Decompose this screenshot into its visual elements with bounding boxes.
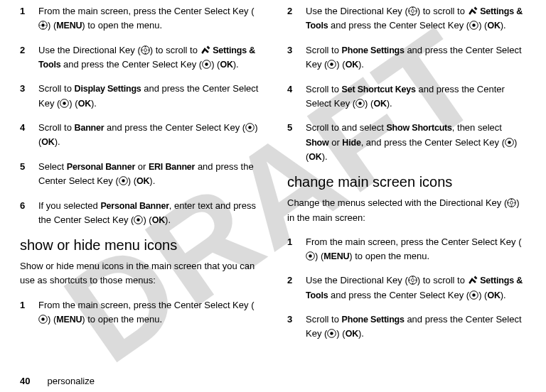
svg-point-15 bbox=[41, 317, 44, 320]
svg-point-3 bbox=[144, 48, 146, 51]
step: 3 Scroll to Phone Settings and press the… bbox=[287, 312, 526, 342]
step-number: 5 bbox=[287, 121, 306, 164]
step-number: 1 bbox=[20, 298, 38, 327]
step-text: If you selected Personal Banner, enter t… bbox=[38, 199, 259, 228]
step: 4 Scroll to Set Shortcut Keys and press … bbox=[287, 82, 526, 111]
center-select-key-icon bbox=[327, 329, 336, 338]
step: 1 From the main screen, press the Center… bbox=[20, 298, 259, 327]
step-number: 2 bbox=[287, 4, 306, 33]
step-number: 1 bbox=[20, 4, 38, 33]
center-select-key-icon bbox=[469, 290, 478, 300]
step: 3 Scroll to Phone Settings and press the… bbox=[287, 43, 526, 72]
svg-point-29 bbox=[309, 254, 311, 257]
svg-point-19 bbox=[472, 24, 475, 27]
step: 1 From the main screen, press the Center… bbox=[287, 235, 526, 264]
step-text: Scroll to Display Settings and press the… bbox=[38, 82, 259, 111]
center-select-key-icon bbox=[134, 215, 143, 224]
step-number: 3 bbox=[287, 312, 306, 342]
step-number: 4 bbox=[287, 82, 306, 111]
step: 6 If you selected Personal Banner, enter… bbox=[20, 199, 259, 228]
section-intro: Show or hide menu icons in the main scre… bbox=[20, 259, 259, 288]
step-text: Scroll to Set Shortcut Keys and press th… bbox=[306, 82, 526, 111]
directional-key-icon bbox=[408, 6, 417, 16]
step-text: From the main screen, press the Center S… bbox=[38, 4, 259, 33]
step: 2 Use the Directional Key () to scroll t… bbox=[287, 4, 526, 33]
svg-point-5 bbox=[205, 62, 208, 65]
step: 5 Scroll to and select Show Shortcuts, t… bbox=[287, 121, 526, 164]
settings-tools-icon bbox=[200, 45, 210, 54]
step-text: Scroll to Phone Settings and press the C… bbox=[306, 43, 526, 72]
page-content: 1 From the main screen, press the Center… bbox=[0, 0, 546, 352]
page-number: 40 bbox=[20, 376, 30, 386]
directional-key-icon bbox=[408, 276, 417, 285]
svg-point-13 bbox=[137, 218, 140, 221]
step-number: 2 bbox=[20, 43, 38, 72]
svg-point-9 bbox=[248, 126, 251, 129]
svg-point-1 bbox=[41, 23, 44, 26]
step-number: 3 bbox=[287, 43, 306, 72]
left-column: 1 From the main screen, press the Center… bbox=[20, 4, 259, 352]
step: 1 From the main screen, press the Center… bbox=[20, 4, 259, 33]
settings-tools-icon bbox=[468, 6, 478, 15]
step-number: 3 bbox=[20, 82, 38, 111]
svg-point-27 bbox=[510, 202, 513, 205]
center-select-key-icon bbox=[327, 60, 336, 69]
step-text: Use the Directional Key () to scroll to … bbox=[38, 43, 259, 72]
step-text: Select Personal Banner or ERI Banner and… bbox=[38, 160, 259, 189]
section-heading: change main screen icons bbox=[287, 174, 526, 190]
step-text: Use the Directional Key () to scroll to … bbox=[306, 4, 526, 33]
center-select-key-icon bbox=[60, 99, 69, 108]
step-text: Scroll to Phone Settings and press the C… bbox=[306, 312, 526, 342]
center-select-key-icon bbox=[119, 176, 128, 185]
svg-point-17 bbox=[411, 10, 414, 13]
step-text: Scroll to and select Show Shortcuts, the… bbox=[306, 121, 526, 164]
center-select-key-icon bbox=[469, 21, 478, 30]
step-number: 2 bbox=[287, 273, 306, 303]
center-select-key-icon bbox=[38, 315, 48, 324]
footer-section: personalize bbox=[47, 376, 95, 386]
step-number: 6 bbox=[20, 199, 38, 228]
svg-point-35 bbox=[331, 332, 333, 335]
svg-point-23 bbox=[358, 102, 361, 104]
section-intro: Change the menus selected with the Direc… bbox=[287, 196, 526, 224]
center-select-key-icon bbox=[306, 251, 315, 261]
step-text: Use the Directional Key () to scroll to … bbox=[306, 273, 526, 303]
svg-point-21 bbox=[331, 62, 333, 65]
step: 5 Select Personal Banner or ERI Banner a… bbox=[20, 160, 259, 189]
center-select-key-icon bbox=[505, 138, 514, 147]
svg-point-7 bbox=[63, 102, 66, 104]
step: 4 Scroll to Banner and press the Center … bbox=[20, 121, 259, 150]
center-select-key-icon bbox=[355, 99, 365, 108]
center-select-key-icon bbox=[202, 60, 211, 69]
svg-point-31 bbox=[411, 279, 414, 282]
directional-key-icon bbox=[141, 45, 150, 55]
center-select-key-icon bbox=[38, 21, 48, 30]
step-text: From the main screen, press the Center S… bbox=[38, 298, 259, 327]
section-heading: show or hide menu icons bbox=[20, 237, 259, 254]
settings-tools-icon bbox=[468, 276, 478, 284]
svg-point-33 bbox=[472, 293, 475, 296]
step-text: From the main screen, press the Center S… bbox=[306, 235, 526, 264]
step-number: 1 bbox=[287, 235, 306, 264]
step: 2 Use the Directional Key () to scroll t… bbox=[287, 273, 526, 303]
step: 2 Use the Directional Key () to scroll t… bbox=[20, 43, 259, 72]
center-select-key-icon bbox=[245, 123, 255, 132]
step-number: 4 bbox=[20, 121, 38, 150]
page-footer: 40personalize bbox=[20, 376, 95, 386]
directional-key-icon bbox=[507, 198, 516, 207]
svg-point-25 bbox=[508, 141, 510, 143]
step-number: 5 bbox=[20, 160, 38, 189]
step: 3 Scroll to Display Settings and press t… bbox=[20, 82, 259, 111]
step-text: Scroll to Banner and press the Center Se… bbox=[38, 121, 259, 150]
svg-point-11 bbox=[122, 179, 124, 182]
right-column: 2 Use the Directional Key () to scroll t… bbox=[287, 4, 526, 352]
